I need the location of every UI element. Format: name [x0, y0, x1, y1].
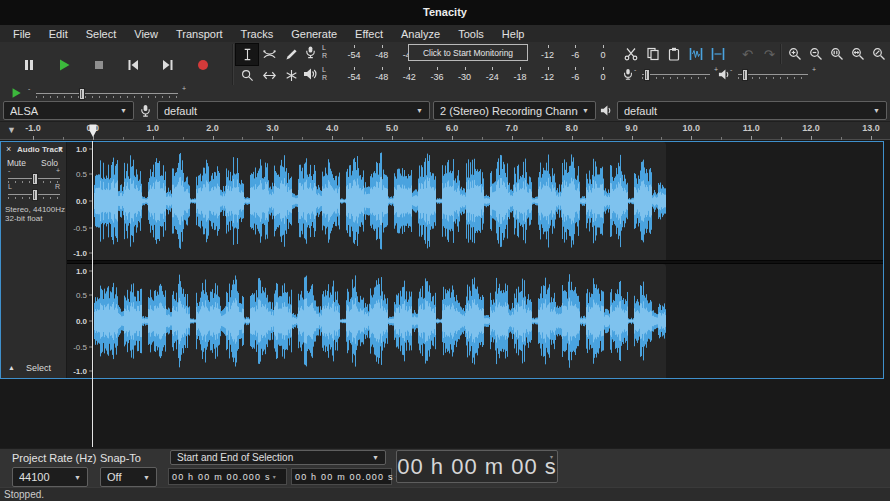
meter-tick	[382, 67, 383, 70]
playhead-pin-icon[interactable]	[89, 124, 97, 138]
paste-button[interactable]	[663, 44, 685, 64]
meter-tick	[354, 67, 355, 70]
stop-button[interactable]	[92, 58, 106, 72]
skip-to-start-button[interactable]	[126, 58, 140, 72]
meter-tick	[492, 67, 493, 70]
timeline-ruler-scale: -1.00.01.02.03.04.05.06.07.08.09.010.011…	[0, 122, 890, 140]
menu-item-select[interactable]: Select	[77, 27, 126, 41]
audio-track: × Audio Track ▼ Mute Solo - + L R Stereo	[0, 141, 884, 379]
audio-host-dropdown[interactable]: ALSA▼	[3, 101, 134, 120]
slider-thumb[interactable]	[644, 69, 650, 81]
track-select-button[interactable]: Select	[26, 363, 51, 373]
status-bar: Stopped.	[0, 487, 890, 501]
timeline-label: 11.0	[743, 123, 760, 133]
playback-device-dropdown[interactable]: default▼	[617, 101, 887, 120]
pause-button[interactable]	[22, 58, 36, 72]
selection-end-field[interactable]: 00 h 00 m 00.000 s▾	[291, 468, 392, 485]
start-monitoring-button[interactable]: Click to Start Monitoring	[408, 44, 528, 61]
channel1-clip[interactable]	[94, 142, 666, 260]
envelope-tool-button[interactable]	[258, 44, 280, 65]
playback-volume-slider[interactable]: - +	[736, 69, 810, 81]
skip-to-end-button[interactable]	[161, 58, 175, 72]
trim-audio-button[interactable]	[685, 44, 707, 64]
menu-item-view[interactable]: View	[125, 27, 167, 41]
slider-plus-label: +	[182, 85, 186, 92]
meter-scale-label: -42	[403, 72, 416, 82]
undo-button[interactable]: ↶	[737, 44, 759, 64]
menu-item-transport[interactable]: Transport	[167, 27, 232, 41]
copy-icon	[646, 47, 660, 61]
recording-channels-dropdown[interactable]: 2 (Stereo) Recording Channels▼	[433, 101, 596, 120]
channel1-vertical-ruler: 1.00.50.0-0.5-1.0	[67, 142, 93, 260]
menu-item-tracks[interactable]: Tracks	[232, 27, 283, 41]
slider-thumb[interactable]	[79, 88, 85, 100]
slider-thumb[interactable]	[32, 189, 38, 201]
channel2-waveform-area[interactable]	[93, 264, 883, 378]
menu-item-help[interactable]: Help	[493, 27, 534, 41]
selection-start-field[interactable]: 00 h 00 m 00.000 s▾	[168, 468, 287, 485]
meter-scale-label: -30	[458, 72, 471, 82]
track-close-button[interactable]: ×	[6, 144, 11, 154]
pencil-icon	[285, 48, 298, 61]
menu-item-generate[interactable]: Generate	[282, 27, 346, 41]
track-title[interactable]: Audio Track	[17, 145, 63, 154]
zoom-toggle-button[interactable]	[868, 44, 889, 64]
menu-item-edit[interactable]: Edit	[40, 27, 77, 41]
vertical-ruler-label: 1.0	[76, 145, 87, 154]
channel1-waveform[interactable]	[94, 142, 666, 260]
zoom-tool-button[interactable]	[236, 65, 258, 86]
envelope-icon	[263, 48, 276, 61]
pan-slider[interactable]: L R	[6, 189, 62, 201]
fit-project-button[interactable]	[847, 44, 868, 64]
chevron-down-icon: ▼	[873, 107, 880, 114]
project-rate-value: 44100	[19, 471, 70, 483]
selection-mode-dropdown[interactable]: Start and End of Selection▼	[170, 450, 386, 465]
project-rate-label: Project Rate (Hz)	[12, 452, 96, 464]
channel2-waveform[interactable]	[94, 264, 666, 378]
play-meter-scale[interactable]: -54-48-42-36-30-24-18-12-60	[302, 65, 618, 86]
menu-item-file[interactable]: File	[4, 27, 40, 41]
spinner-icon[interactable]: ▾	[550, 453, 554, 460]
silence-audio-button[interactable]	[707, 44, 729, 64]
zoom-in-button[interactable]	[784, 44, 805, 64]
menu-bar: FileEditSelectViewTransportTracksGenerat…	[0, 25, 890, 42]
meter-scale-label: 0	[600, 50, 605, 60]
timeline-ruler[interactable]: ▼ -1.00.01.02.03.04.05.06.07.08.09.010.0…	[0, 122, 890, 140]
selection-tool-button[interactable]	[236, 44, 258, 65]
cut-button[interactable]	[620, 44, 642, 64]
play-button[interactable]	[57, 58, 71, 72]
track-area[interactable]: × Audio Track ▼ Mute Solo - + L R Stereo	[0, 140, 890, 448]
snap-to-dropdown[interactable]: Off▼	[100, 467, 157, 487]
track-collapse-icon[interactable]: ▲	[8, 364, 15, 371]
fit-selection-button[interactable]	[826, 44, 847, 64]
playback-speed-slider[interactable]: - +	[34, 88, 180, 100]
menu-item-analyze[interactable]: Analyze	[392, 27, 449, 41]
draw-tool-button[interactable]	[280, 44, 302, 65]
audio-position-display[interactable]: 00 h 00 m 00 s▾	[396, 450, 558, 483]
trim-audio-icon	[689, 47, 703, 61]
title-bar: Tenacity	[0, 0, 890, 25]
channel2-clip[interactable]	[94, 264, 666, 378]
zoom-out-button[interactable]	[805, 44, 826, 64]
timeline-label: 6.0	[446, 123, 459, 133]
play-at-speed-button[interactable]	[10, 87, 22, 99]
menu-item-effect[interactable]: Effect	[346, 27, 392, 41]
multi-tool-button[interactable]	[280, 65, 302, 86]
recording-device-dropdown[interactable]: default▼	[157, 101, 430, 120]
recording-volume-slider[interactable]: - +	[640, 69, 712, 81]
record-button[interactable]	[196, 58, 210, 72]
project-rate-dropdown[interactable]: 44100▼	[12, 467, 88, 487]
track-menu-icon[interactable]: ▼	[57, 145, 64, 152]
gain-slider[interactable]: - +	[6, 173, 62, 185]
channel1-waveform-area[interactable]	[93, 142, 883, 260]
scissors-icon	[624, 47, 638, 61]
slider-thumb[interactable]	[32, 173, 38, 185]
slider-thumb[interactable]	[742, 69, 748, 81]
time-shift-tool-button[interactable]	[258, 65, 280, 86]
timeline-label: 4.0	[326, 123, 339, 133]
menu-item-tools[interactable]: Tools	[449, 27, 493, 41]
transport-toolbar	[2, 43, 230, 87]
copy-button[interactable]	[642, 44, 664, 64]
redo-button[interactable]: ↷	[758, 44, 780, 64]
spinner-icon[interactable]: ▾	[273, 473, 276, 480]
